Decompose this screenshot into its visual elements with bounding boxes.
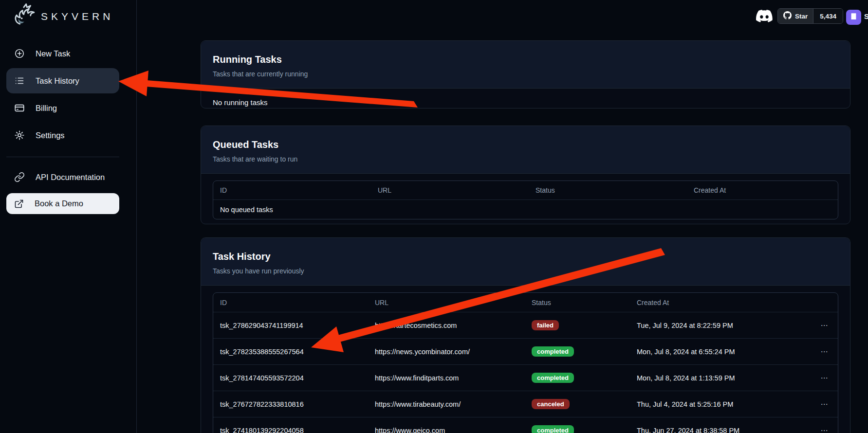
queued-tasks-header: Queued Tasks Tasks that are waiting to r… — [201, 126, 850, 174]
task-id: tsk_278629043741199914 — [220, 322, 375, 329]
col-status: Status — [532, 299, 637, 307]
task-created-at: Mon, Jul 8, 2024 at 1:13:59 PM — [637, 374, 812, 382]
task-url: https://www.finditparts.com — [375, 374, 532, 382]
external-link-icon — [14, 199, 24, 209]
row-actions-button[interactable]: ⋯ — [812, 400, 838, 409]
task-row[interactable]: tsk_274180139292204058 https://www.geico… — [213, 417, 838, 433]
status-badge: completed — [532, 373, 574, 383]
plus-circle-icon — [14, 48, 25, 59]
task-row[interactable]: tsk_276727822333810816 https://www.tirab… — [213, 391, 838, 417]
sidebar-item-label: Book a Demo — [35, 199, 83, 208]
task-url: https://www.geico.com — [375, 427, 532, 433]
sidebar-item-settings[interactable]: Settings — [6, 123, 119, 148]
task-created-at: Mon, Jul 8, 2024 at 6:55:24 PM — [637, 348, 812, 356]
link-icon — [14, 172, 25, 182]
github-icon — [783, 11, 792, 21]
sidebar-item-label: API Documentation — [36, 173, 105, 182]
row-actions-button[interactable]: ⋯ — [812, 426, 838, 433]
credit-card-icon — [14, 103, 25, 113]
task-url: https://tartecosmetics.com — [375, 322, 532, 329]
queued-tasks-card: Queued Tasks Tasks that are waiting to r… — [201, 126, 850, 224]
gear-icon — [14, 130, 25, 141]
col-id: ID — [220, 299, 375, 307]
task-url: https://www.tirabeauty.com/ — [375, 400, 532, 408]
github-star-label: Star — [795, 13, 808, 20]
sidebar-item-book-a-demo[interactable]: Book a Demo — [6, 193, 119, 214]
col-created-at: Created At — [637, 299, 812, 307]
skyvern-dragon-icon — [11, 3, 36, 30]
running-tasks-header: Running Tasks Tasks that are currently r… — [201, 41, 850, 89]
row-actions-button[interactable]: ⋯ — [812, 347, 838, 356]
status-badge: failed — [532, 320, 559, 330]
card-title: Task History — [213, 251, 838, 262]
card-subtitle: Tasks you have run previously — [213, 267, 838, 275]
sidebar: SKYVERN New Task Task History Billing — [0, 0, 137, 433]
col-id: ID — [220, 186, 378, 194]
user-name-clipped: Sk — [864, 12, 868, 20]
logo-text: SKYVERN — [41, 11, 113, 22]
sidebar-item-new-task[interactable]: New Task — [6, 41, 119, 66]
task-url: https://news.ycombinator.com/ — [375, 348, 532, 356]
sidebar-item-task-history[interactable]: Task History — [6, 68, 119, 93]
discord-icon[interactable] — [756, 9, 773, 22]
card-subtitle: Tasks that are currently running — [213, 70, 838, 78]
task-created-at: Thu, Jun 27, 2024 at 8:38:58 PM — [637, 427, 812, 433]
task-id: tsk_278235388555267564 — [220, 348, 375, 356]
sidebar-item-label: Settings — [36, 131, 65, 140]
status-badge: canceled — [532, 399, 570, 409]
task-history-card: Task History Tasks you have run previous… — [201, 237, 850, 433]
github-star-count: 5,434 — [813, 9, 843, 23]
row-actions-button[interactable]: ⋯ — [812, 374, 838, 382]
row-actions-button[interactable]: ⋯ — [812, 321, 838, 330]
sidebar-item-api-documentation[interactable]: API Documentation — [6, 164, 119, 190]
logo[interactable]: SKYVERN — [11, 3, 113, 30]
col-url: URL — [378, 186, 536, 194]
sidebar-item-billing[interactable]: Billing — [6, 95, 119, 121]
queued-empty-text: No queued tasks — [220, 206, 838, 214]
github-star-button[interactable]: Star 5,434 — [777, 8, 843, 24]
table-header-row: ID URL Status Created At — [213, 293, 838, 312]
task-history-table: ID URL Status Created At tsk_27862904374… — [213, 292, 838, 433]
running-tasks-card: Running Tasks Tasks that are currently r… — [201, 40, 850, 108]
queued-empty-row: No queued tasks — [213, 199, 838, 219]
col-created-at: Created At — [694, 186, 838, 194]
task-id: tsk_276727822333810816 — [220, 400, 375, 408]
task-row[interactable]: tsk_278147405593572204 https://www.findi… — [213, 364, 838, 391]
building-icon — [850, 12, 858, 22]
sidebar-divider — [6, 157, 119, 157]
table-header-row: ID URL Status Created At — [213, 181, 838, 199]
running-empty-text: No running tasks — [213, 95, 838, 110]
status-badge: completed — [532, 346, 574, 357]
task-row[interactable]: tsk_278235388555267564 https://news.ycom… — [213, 338, 838, 364]
task-history-header: Task History Tasks you have run previous… — [201, 238, 850, 286]
task-id: tsk_274180139292204058 — [220, 427, 375, 433]
list-icon — [14, 75, 25, 86]
task-row[interactable]: tsk_278629043741199914 https://tartecosm… — [213, 312, 838, 338]
status-badge: completed — [532, 425, 574, 433]
card-title: Queued Tasks — [213, 139, 838, 150]
org-avatar[interactable] — [846, 10, 861, 25]
col-status: Status — [536, 186, 694, 194]
task-created-at: Thu, Jul 4, 2024 at 5:25:16 PM — [637, 400, 812, 408]
sidebar-item-label: Billing — [36, 104, 57, 113]
sidebar-item-label: New Task — [36, 49, 70, 58]
sidebar-item-label: Task History — [36, 76, 79, 86]
queued-tasks-table: ID URL Status Created At No queued tasks — [213, 180, 838, 219]
card-subtitle: Tasks that are waiting to run — [213, 155, 838, 163]
task-created-at: Tue, Jul 9, 2024 at 8:22:59 PM — [637, 322, 812, 329]
card-title: Running Tasks — [213, 54, 838, 65]
task-id: tsk_278147405593572204 — [220, 374, 375, 382]
col-url: URL — [375, 299, 532, 307]
